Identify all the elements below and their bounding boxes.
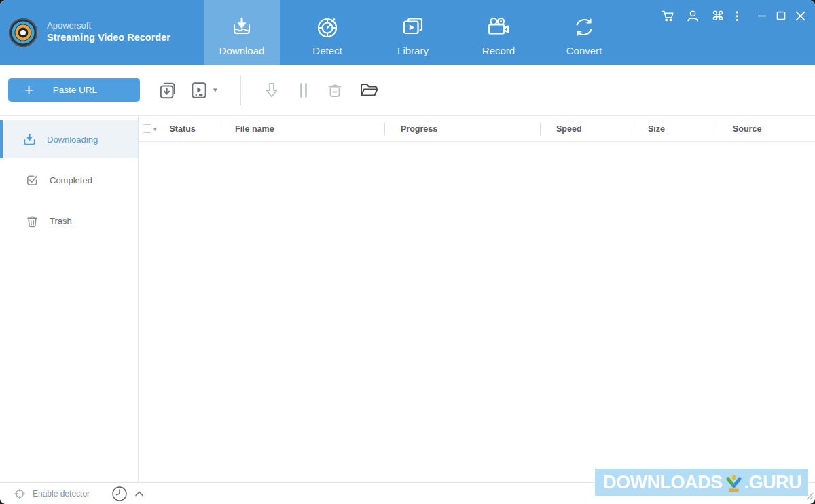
watermark-download-icon [725,475,743,493]
sidebar-item-label: Downloading [47,134,98,145]
column-file-name-label: File name [235,124,274,134]
download-tray-icon [230,14,253,41]
column-size: Size [632,116,717,141]
download-list: ▾ Status File name Progress Speed Size S… [139,116,815,482]
tab-library-label: Library [397,45,429,56]
column-progress: Progress [384,116,540,141]
brand-text: Apowersoft Streaming Video Recorder [47,20,170,45]
toolbar: + Paste URL ▾ [0,65,815,116]
watermark-text-left: DOWNLOADS [603,471,722,494]
account-icon[interactable] [683,7,702,24]
pause-button[interactable] [297,82,310,99]
column-source-label: Source [733,124,761,134]
app-window: Apowersoft Streaming Video Recorder Down… [0,0,815,504]
column-size-label: Size [648,124,665,134]
window-controls: ⌘ ⋮ [658,7,810,24]
watermark: DOWNLOADS .GURU [595,469,808,496]
toolbar-divider [240,75,241,105]
sidebar: Downloading Completed Trash [0,116,139,482]
open-folder-button[interactable] [359,81,379,99]
library-stack-icon [401,14,425,41]
select-caret-icon[interactable]: ▾ [153,126,157,132]
remove-task-button[interactable] [326,82,344,99]
apps-command-icon[interactable]: ⌘ [708,7,727,24]
app-logo-icon [8,18,38,48]
app-body: Downloading Completed Trash [0,116,815,482]
record-camera-icon [486,14,511,41]
expand-panel-button[interactable] [134,490,144,497]
maximize-icon[interactable] [772,7,791,24]
video-file-icon [189,80,209,101]
paste-url-label: Paste URL [33,85,140,95]
tab-detect-label: Detect [312,45,342,56]
check-icon [26,174,39,187]
watermark-text-right: .GURU [744,471,802,494]
sidebar-item-label: Completed [50,175,92,185]
column-speed-label: Speed [556,124,582,134]
paste-url-button[interactable]: + Paste URL [8,78,140,102]
tab-convert-label: Convert [566,45,602,56]
empty-download-area [139,142,815,482]
add-download-button[interactable] [158,80,178,101]
tab-download[interactable]: Download [204,0,280,65]
trash-icon [26,215,39,228]
select-all-checkbox[interactable] [143,124,151,133]
sidebar-item-completed[interactable]: Completed [0,161,138,199]
chevron-down-icon: ▾ [213,86,217,94]
tab-record-label: Record [482,45,515,56]
column-speed: Speed [540,116,632,141]
brand-product: Streaming Video Recorder [47,31,170,45]
pause-icon [297,82,310,99]
detect-radar-icon [316,14,339,41]
remove-task-icon [326,82,344,99]
schedule-button[interactable] [111,486,128,502]
sidebar-item-downloading[interactable]: Downloading [0,120,138,158]
cart-icon[interactable] [658,7,677,24]
tab-library[interactable]: Library [375,0,451,65]
tab-record[interactable]: Record [460,0,537,65]
minimize-icon[interactable] [753,7,772,24]
header: Apowersoft Streaming Video Recorder Down… [0,0,815,65]
main-nav: Download Detect [204,0,622,65]
sidebar-item-label: Trash [50,216,72,226]
column-status-label: Status [170,124,196,134]
video-file-dropdown-button[interactable]: ▾ [189,80,217,101]
tab-convert[interactable]: Convert [546,0,622,65]
chevron-up-icon [134,490,144,497]
column-file-name: File name [219,116,384,141]
tab-download-label: Download [219,45,265,56]
close-icon[interactable] [791,7,810,24]
table-header: ▾ Status File name Progress Speed Size S… [139,116,815,142]
enable-detector-label: Enable detector [33,489,90,499]
start-download-button[interactable] [264,82,280,99]
start-download-icon [264,82,280,99]
download-icon [23,133,36,146]
detector-crosshair-icon [14,488,26,500]
convert-arrows-icon [572,14,596,41]
column-progress-label: Progress [401,124,437,134]
column-status: ▾ Status [139,116,219,141]
column-source: Source [717,116,815,141]
tab-detect[interactable]: Detect [289,0,365,65]
open-folder-icon [359,81,379,99]
enable-detector-toggle[interactable]: Enable detector [14,488,90,500]
clock-icon [111,486,128,502]
plus-icon: + [24,83,33,98]
brand: Apowersoft Streaming Video Recorder [0,0,196,65]
brand-vendor: Apowersoft [47,20,170,32]
add-download-icon [158,80,178,101]
sidebar-item-trash[interactable]: Trash [0,202,138,240]
more-menu-icon[interactable]: ⋮ [727,7,746,24]
